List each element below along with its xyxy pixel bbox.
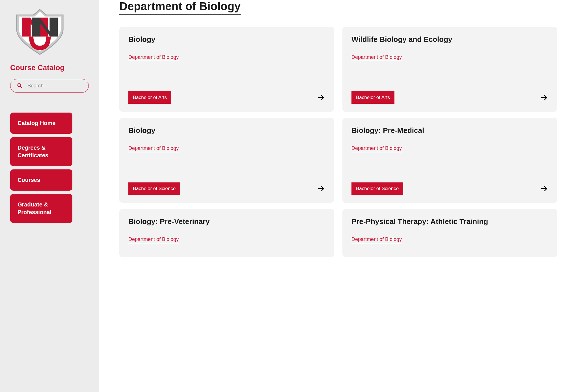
nav-courses[interactable]: Courses [10, 169, 72, 191]
search-field[interactable] [10, 79, 89, 93]
sidebar: Course Catalog Catalog Home Degrees & Ce… [0, 0, 99, 392]
program-title: Biology: Pre-Veterinary [128, 217, 325, 226]
program-title: Biology [128, 35, 325, 44]
program-title: Biology [128, 126, 325, 135]
search-icon [17, 83, 23, 89]
department-link[interactable]: Department of Biology [128, 54, 179, 61]
degree-badge: Bachelor of Arts [351, 91, 394, 104]
department-link[interactable]: Department of Biology [351, 236, 402, 243]
program-card-grid: Biology Department of Biology Bachelor o… [119, 27, 557, 257]
department-link[interactable]: Department of Biology [351, 145, 402, 152]
program-card[interactable]: Pre-Physical Therapy: Athletic Training … [342, 209, 557, 257]
program-card[interactable]: Biology Department of Biology Bachelor o… [119, 27, 334, 112]
program-title: Pre-Physical Therapy: Athletic Training [351, 217, 548, 226]
degree-badge: Bachelor of Science [128, 182, 180, 195]
arrow-right-icon[interactable] [318, 185, 325, 192]
program-card[interactable]: Biology: Pre-Veterinary Department of Bi… [119, 209, 334, 257]
degree-badge: Bachelor of Science [351, 182, 403, 195]
program-card[interactable]: Biology: Pre-Medical Department of Biolo… [342, 118, 557, 203]
nav-degrees-certificates[interactable]: Degrees & Certificates [10, 137, 72, 166]
arrow-right-icon[interactable] [541, 94, 548, 101]
department-link[interactable]: Department of Biology [128, 236, 179, 243]
degree-badge: Bachelor of Arts [128, 91, 171, 104]
program-title: Biology: Pre-Medical [351, 126, 548, 135]
page-title: Department of Biology [119, 0, 241, 15]
department-link[interactable]: Department of Biology [128, 145, 179, 152]
catalog-title: Course Catalog [10, 63, 89, 72]
svg-line-1 [21, 87, 22, 88]
nav-catalog-home[interactable]: Catalog Home [10, 113, 72, 134]
main-content: Department of Biology Biology Department… [99, 0, 574, 392]
logo [10, 8, 89, 57]
program-card[interactable]: Biology Department of Biology Bachelor o… [119, 118, 334, 203]
department-link[interactable]: Department of Biology [351, 54, 402, 61]
sidebar-nav: Catalog Home Degrees & Certificates Cour… [10, 113, 89, 223]
nav-graduate-professional[interactable]: Graduate & Professional [10, 194, 72, 223]
program-title: Wildlife Biology and Ecology [351, 35, 548, 44]
arrow-right-icon[interactable] [318, 94, 325, 101]
arrow-right-icon[interactable] [541, 185, 548, 192]
program-card[interactable]: Wildlife Biology and Ecology Department … [342, 27, 557, 112]
search-input[interactable] [27, 83, 94, 89]
